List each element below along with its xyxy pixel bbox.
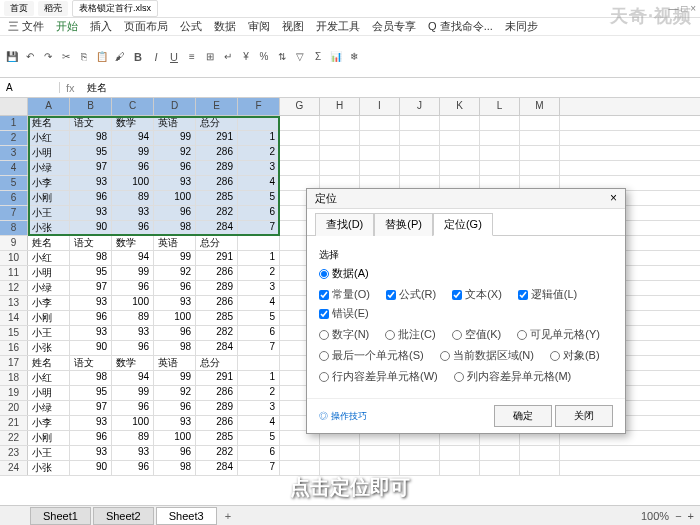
chart-icon[interactable]: 📊 bbox=[328, 49, 344, 65]
cell[interactable]: 小绿 bbox=[28, 161, 70, 175]
cell[interactable] bbox=[360, 146, 400, 160]
cell[interactable]: 93 bbox=[70, 446, 112, 460]
cell[interactable]: 5 bbox=[238, 191, 280, 205]
cell[interactable] bbox=[440, 446, 480, 460]
radio-object[interactable] bbox=[550, 351, 560, 361]
cell[interactable]: 90 bbox=[70, 461, 112, 475]
row-header[interactable]: 16 bbox=[0, 341, 28, 355]
italic-icon[interactable]: I bbox=[148, 49, 164, 65]
cb-formula[interactable] bbox=[386, 290, 396, 300]
sheet-tab-3[interactable]: Sheet3 bbox=[156, 507, 217, 525]
cell[interactable]: 89 bbox=[112, 191, 154, 205]
cell[interactable]: 5 bbox=[238, 311, 280, 325]
radio-rowdiff[interactable] bbox=[319, 372, 329, 382]
row-header[interactable]: 5 bbox=[0, 176, 28, 190]
copy-icon[interactable]: ⎘ bbox=[76, 49, 92, 65]
col-header[interactable]: J bbox=[400, 98, 440, 115]
cell[interactable] bbox=[320, 146, 360, 160]
cell[interactable] bbox=[440, 461, 480, 475]
cell[interactable]: 1 bbox=[238, 371, 280, 385]
cell[interactable]: 97 bbox=[70, 281, 112, 295]
radio-blank[interactable] bbox=[452, 330, 462, 340]
cell[interactable]: 291 bbox=[196, 371, 238, 385]
cell[interactable]: 286 bbox=[196, 416, 238, 430]
undo-icon[interactable]: ↶ bbox=[22, 49, 38, 65]
cell[interactable]: 小王 bbox=[28, 206, 70, 220]
tips-link[interactable]: ◎ 操作技巧 bbox=[319, 410, 367, 423]
tab-find[interactable]: 查找(D) bbox=[315, 213, 374, 236]
cell[interactable]: 93 bbox=[70, 416, 112, 430]
cell[interactable]: 小李 bbox=[28, 176, 70, 190]
freeze-icon[interactable]: ❄ bbox=[346, 49, 362, 65]
col-header[interactable]: H bbox=[320, 98, 360, 115]
cell[interactable]: 96 bbox=[70, 431, 112, 445]
sheet-tab-1[interactable]: Sheet1 bbox=[30, 507, 91, 525]
cell[interactable]: 285 bbox=[196, 311, 238, 325]
cell[interactable]: 95 bbox=[70, 146, 112, 160]
cell[interactable]: 小张 bbox=[28, 461, 70, 475]
cell[interactable]: 数学 bbox=[112, 116, 154, 130]
cell[interactable]: 96 bbox=[154, 326, 196, 340]
cell[interactable]: 6 bbox=[238, 446, 280, 460]
cell[interactable]: 96 bbox=[112, 341, 154, 355]
cell[interactable]: 英语 bbox=[154, 356, 196, 370]
cell[interactable]: 282 bbox=[196, 206, 238, 220]
cell[interactable]: 7 bbox=[238, 461, 280, 475]
col-header[interactable]: C bbox=[112, 98, 154, 115]
cell[interactable]: 96 bbox=[70, 191, 112, 205]
cell[interactable]: 93 bbox=[70, 176, 112, 190]
cell[interactable]: 92 bbox=[154, 386, 196, 400]
cell[interactable]: 93 bbox=[112, 446, 154, 460]
row-header[interactable]: 7 bbox=[0, 206, 28, 220]
row-header[interactable]: 19 bbox=[0, 386, 28, 400]
menu-item[interactable]: 审阅 bbox=[248, 19, 270, 34]
formula-input[interactable]: 姓名 bbox=[81, 81, 700, 95]
row-header[interactable]: 2 bbox=[0, 131, 28, 145]
tab-replace[interactable]: 替换(P) bbox=[374, 213, 433, 236]
cell[interactable]: 6 bbox=[238, 206, 280, 220]
cell[interactable]: 姓名 bbox=[28, 236, 70, 250]
cell[interactable] bbox=[280, 446, 320, 460]
row-header[interactable]: 21 bbox=[0, 416, 28, 430]
menu-item[interactable]: Q 查找命令... bbox=[428, 19, 493, 34]
cell[interactable] bbox=[320, 131, 360, 145]
cell[interactable]: 小红 bbox=[28, 131, 70, 145]
save-icon[interactable]: 💾 bbox=[4, 49, 20, 65]
cell[interactable] bbox=[360, 461, 400, 475]
cell[interactable] bbox=[520, 461, 560, 475]
cell[interactable]: 93 bbox=[154, 176, 196, 190]
cell[interactable]: 96 bbox=[112, 161, 154, 175]
row-header[interactable]: 18 bbox=[0, 371, 28, 385]
cell[interactable] bbox=[520, 161, 560, 175]
cell[interactable]: 100 bbox=[112, 176, 154, 190]
tab-docer[interactable]: 稻壳 bbox=[38, 1, 68, 16]
cell[interactable]: 96 bbox=[154, 281, 196, 295]
cell[interactable]: 1 bbox=[238, 131, 280, 145]
cell[interactable]: 97 bbox=[70, 161, 112, 175]
sort-icon[interactable]: ⇅ bbox=[274, 49, 290, 65]
cell[interactable] bbox=[360, 131, 400, 145]
paste-icon[interactable]: 📋 bbox=[94, 49, 110, 65]
tab-home[interactable]: 首页 bbox=[4, 1, 34, 16]
filter-icon[interactable]: ▽ bbox=[292, 49, 308, 65]
cell[interactable]: 96 bbox=[112, 281, 154, 295]
cell[interactable] bbox=[520, 446, 560, 460]
cell[interactable]: 95 bbox=[70, 386, 112, 400]
cell[interactable]: 93 bbox=[154, 416, 196, 430]
cell[interactable]: 289 bbox=[196, 401, 238, 415]
cell[interactable]: 99 bbox=[154, 131, 196, 145]
menu-item[interactable]: 会员专享 bbox=[372, 19, 416, 34]
cell[interactable] bbox=[238, 116, 280, 130]
cell[interactable]: 96 bbox=[112, 221, 154, 235]
cell[interactable] bbox=[480, 131, 520, 145]
menu-item[interactable]: 开发工具 bbox=[316, 19, 360, 34]
row-header[interactable]: 4 bbox=[0, 161, 28, 175]
cell[interactable]: 小张 bbox=[28, 221, 70, 235]
bold-icon[interactable]: B bbox=[130, 49, 146, 65]
menu-item[interactable]: 数据 bbox=[214, 19, 236, 34]
cell[interactable] bbox=[360, 116, 400, 130]
cell[interactable] bbox=[320, 446, 360, 460]
col-header[interactable]: D bbox=[154, 98, 196, 115]
cell[interactable] bbox=[320, 461, 360, 475]
cell[interactable] bbox=[440, 116, 480, 130]
